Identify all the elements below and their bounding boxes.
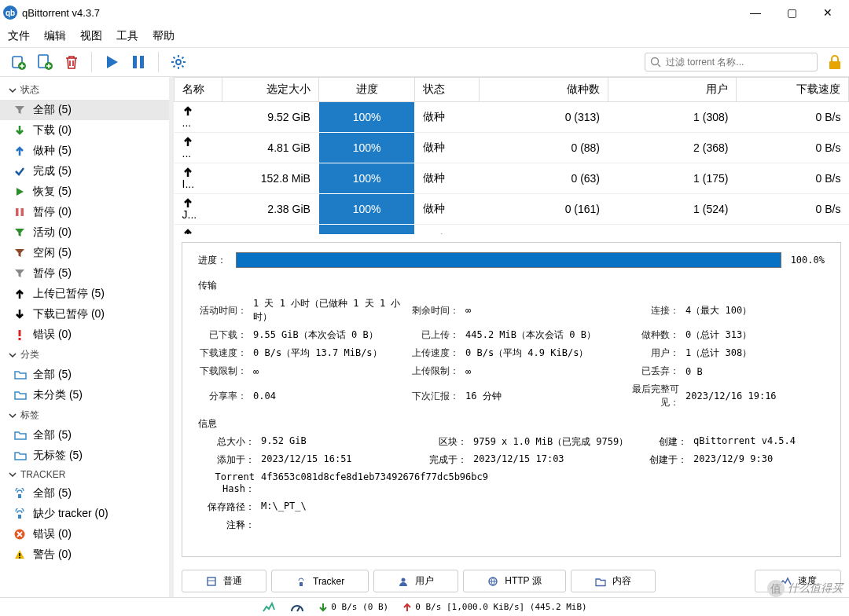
sidebar-item[interactable]: 全部 (5)	[0, 425, 169, 446]
column-header[interactable]: 名称	[175, 78, 222, 102]
transfer-grid: 活动时间：1 天 1 小时（已做种 1 天 1 小时） 剩余时间：∞ 连接：4（…	[198, 297, 825, 409]
sidebar-item[interactable]: 恢复 (5)	[0, 182, 169, 202]
app-icon: qb	[3, 6, 17, 20]
up-icon	[182, 167, 215, 178]
tracker-icon	[14, 488, 27, 499]
svg-rect-10	[21, 208, 24, 216]
detail-tab-3[interactable]: HTTP 源	[463, 570, 565, 592]
pause-icon	[14, 207, 27, 218]
sidebar-item[interactable]: 缺少 tracker (0)	[0, 504, 169, 524]
sidebar-item[interactable]: 全部 (5)	[0, 365, 169, 385]
detail-tab-2[interactable]: 用户	[373, 570, 458, 592]
sidebar-item[interactable]: 下载已暂停 (0)	[0, 304, 169, 324]
play-icon	[14, 186, 27, 197]
sidebar-header-tags[interactable]: 标签	[0, 405, 169, 425]
dl-status[interactable]: 0 B/s (0 B)	[318, 602, 388, 612]
column-header[interactable]: 选定大小	[222, 78, 319, 102]
add-link-button[interactable]	[6, 50, 30, 74]
column-header[interactable]: 进度	[318, 78, 415, 102]
column-header[interactable]: 状态	[415, 78, 480, 102]
sidebar-item[interactable]: 无标签 (5)	[0, 446, 169, 466]
pause-button[interactable]	[127, 50, 150, 74]
column-header[interactable]: 下载速度	[736, 78, 848, 102]
menubar: 文件 编辑 视图 工具 帮助	[0, 25, 849, 47]
sidebar-item[interactable]: 暂停 (0)	[0, 202, 169, 222]
tab-icon	[296, 576, 307, 587]
svg-rect-11	[19, 330, 21, 336]
detail-tab-1[interactable]: Tracker	[271, 570, 369, 592]
minimize-button[interactable]: —	[737, 0, 774, 25]
sidebar-item[interactable]: 下载 (0)	[0, 120, 169, 141]
info-grid: 总大小：9.52 GiB 区块：9759 x 1.0 MiB（已完成 9759）…	[198, 435, 825, 532]
table-row[interactable]: ... 9.52 GiB 100% 做种 0 (313) 1 (308) 0 B…	[175, 102, 849, 133]
sidebar-item[interactable]: 暂停 (5)	[0, 263, 169, 284]
sidebar-item-label: 错误 (0)	[33, 328, 72, 342]
val-lastseen: 2023/12/16 19:16	[685, 390, 825, 402]
tab-icon	[206, 576, 217, 587]
connection-icon[interactable]	[262, 602, 276, 613]
table-row[interactable]: J... 2.38 GiB 100% 做种 0 (161) 1 (524) 0 …	[175, 194, 849, 225]
lock-icon[interactable]	[827, 54, 843, 70]
tab-label: 内容	[612, 574, 631, 588]
sidebar-header-trackers[interactable]: TRACKER	[0, 466, 169, 483]
lbl-lastseen: 最后完整可见：	[623, 383, 685, 409]
search-box[interactable]	[645, 53, 818, 72]
val-next: 16 分钟	[465, 390, 623, 403]
val-done: 2023/12/15 17:03	[473, 453, 646, 467]
sidebar-item[interactable]: 错误 (0)	[0, 524, 169, 544]
sidebar-item[interactable]: 全部 (5)	[0, 483, 169, 504]
menu-tools[interactable]: 工具	[116, 29, 138, 43]
val-uplim: ∞	[465, 366, 623, 377]
sidebar-item[interactable]: 活动 (0)	[0, 222, 169, 243]
torrent-table: 名称选定大小进度状态做种数用户下载速度 ... 9.52 GiB 100% 做种…	[174, 77, 849, 234]
speedometer-icon[interactable]	[290, 602, 304, 613]
table-row[interactable]: I... 152.8 MiB 100% 做种 0 (63) 1 (175) 0 …	[175, 163, 849, 194]
add-file-button[interactable]	[33, 50, 57, 74]
sidebar-header-cats[interactable]: 分类	[0, 345, 169, 365]
sidebar-item[interactable]: 做种 (5)	[0, 141, 169, 161]
sidebar-item[interactable]: 未分类 (5)	[0, 385, 169, 405]
table-row[interactable]: ... 26.13 GiB 100% 做种 0 (47) 2 (77) 0 B/…	[175, 225, 849, 235]
sidebar-item-label: 无标签 (5)	[33, 449, 83, 463]
detail-tab-0[interactable]: 普通	[182, 570, 266, 592]
sidebar-item[interactable]: 警告 (0)	[0, 544, 169, 565]
svg-point-6	[176, 60, 181, 64]
titlebar: qb qBittorrent v4.3.7 — ▢ ✕	[0, 0, 849, 25]
close-button[interactable]: ✕	[810, 0, 846, 25]
val-up: 445.2 MiB（本次会话 0 B）	[465, 328, 623, 342]
section-info: 信息	[198, 417, 825, 431]
delete-button[interactable]	[60, 50, 83, 74]
val-upspd: 0 B/s（平均 4.9 KiB/s）	[465, 346, 623, 360]
detail-tab-4[interactable]: 内容	[571, 570, 656, 592]
lbl-ratio: 分享率：	[198, 390, 253, 403]
sidebar-item[interactable]: 全部 (5)	[0, 100, 169, 120]
menu-view[interactable]: 视图	[80, 29, 102, 43]
progress-pct: 100.0%	[791, 255, 825, 266]
ul-status[interactable]: 0 B/s [1,000.0 KiB/s] (445.2 MiB)	[402, 602, 587, 612]
menu-help[interactable]: 帮助	[153, 29, 175, 43]
sidebar-item[interactable]: 完成 (5)	[0, 161, 169, 182]
progress-bar	[236, 252, 781, 268]
column-header[interactable]: 用户	[608, 78, 736, 102]
lbl-dl: 已下载：	[198, 328, 253, 342]
sidebar-item-label: 暂停 (0)	[33, 205, 72, 219]
resume-button[interactable]	[100, 50, 123, 74]
lbl-uplim: 上传限制：	[410, 365, 465, 378]
lbl-pieces: 区块：	[418, 435, 473, 449]
menu-file[interactable]: 文件	[8, 29, 30, 43]
filter-icon	[14, 248, 27, 258]
sidebar-item-label: 活动 (0)	[33, 226, 72, 240]
sidebar-item[interactable]: 空闲 (5)	[0, 243, 169, 263]
excl-icon	[14, 329, 27, 340]
menu-edit[interactable]: 编辑	[44, 29, 66, 43]
sidebar-item[interactable]: 上传已暂停 (5)	[0, 284, 169, 304]
search-input[interactable]	[666, 57, 812, 68]
svg-rect-14	[18, 515, 21, 519]
table-row[interactable]: ... 4.81 GiB 100% 做种 0 (88) 2 (368) 0 B/…	[175, 133, 849, 163]
sidebar-item[interactable]: 错误 (0)	[0, 324, 169, 345]
sidebar-header-states[interactable]: 状态	[0, 80, 169, 100]
sidebar-item-label: 错误 (0)	[33, 527, 72, 541]
maximize-button[interactable]: ▢	[774, 0, 810, 25]
settings-button[interactable]	[167, 50, 190, 74]
column-header[interactable]: 做种数	[480, 78, 608, 102]
